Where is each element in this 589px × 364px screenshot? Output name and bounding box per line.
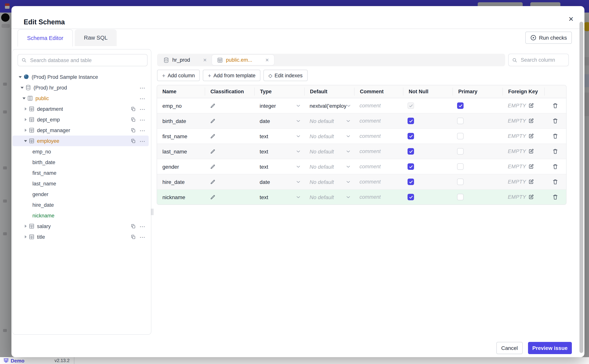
delete-column-icon[interactable] bbox=[552, 164, 558, 169]
comment-input[interactable]: comment bbox=[354, 190, 403, 204]
tree-item[interactable]: dept_manager ⋯ bbox=[13, 125, 149, 136]
tree-item[interactable]: birth_date ⋯ bbox=[13, 157, 149, 168]
type-select[interactable]: text bbox=[254, 129, 304, 143]
copy-icon[interactable] bbox=[131, 128, 136, 133]
more-options-icon[interactable]: ⋯ bbox=[140, 117, 146, 122]
column-search-input[interactable] bbox=[520, 57, 565, 63]
type-select[interactable]: text bbox=[254, 190, 304, 204]
type-select[interactable]: text bbox=[254, 144, 304, 159]
more-options-icon[interactable]: ⋯ bbox=[140, 127, 146, 133]
column-name-cell[interactable]: first_name bbox=[157, 129, 205, 143]
pencil-icon[interactable] bbox=[210, 164, 216, 169]
edit-foreign-key-icon[interactable] bbox=[528, 133, 534, 139]
tree-item[interactable]: (Prod) hr_prod ⋯ bbox=[13, 82, 149, 93]
edit-foreign-key-icon[interactable] bbox=[528, 194, 534, 200]
comment-input[interactable]: comment bbox=[354, 159, 403, 174]
run-checks-button[interactable]: Run checks bbox=[525, 32, 572, 44]
edit-foreign-key-icon[interactable] bbox=[528, 103, 534, 109]
type-select[interactable]: integer bbox=[254, 98, 304, 113]
type-select[interactable]: date bbox=[254, 113, 304, 128]
preview-issue-button[interactable]: Preview issue bbox=[528, 342, 572, 354]
primary-checkbox[interactable] bbox=[457, 102, 464, 109]
not-null-checkbox[interactable] bbox=[408, 179, 414, 185]
edit-foreign-key-icon[interactable] bbox=[528, 149, 534, 154]
pencil-icon[interactable] bbox=[210, 149, 216, 154]
tree-item[interactable]: last_name ⋯ bbox=[13, 178, 149, 189]
close-tab-icon[interactable]: ✕ bbox=[265, 58, 269, 62]
delete-column-icon[interactable] bbox=[552, 194, 558, 200]
tree-item[interactable]: employee ⋯ bbox=[13, 136, 149, 146]
tab-schema-editor[interactable]: Schema Editor bbox=[18, 29, 73, 46]
pencil-icon[interactable] bbox=[210, 179, 216, 185]
more-options-icon[interactable]: ⋯ bbox=[140, 234, 146, 240]
delete-column-icon[interactable] bbox=[552, 149, 558, 154]
comment-input[interactable]: comment bbox=[354, 113, 403, 128]
primary-checkbox[interactable] bbox=[457, 148, 464, 155]
more-options-icon[interactable]: ⋯ bbox=[140, 138, 146, 144]
column-name-cell[interactable]: gender bbox=[157, 159, 205, 174]
more-options-icon[interactable]: ⋯ bbox=[140, 106, 146, 112]
cancel-button[interactable]: Cancel bbox=[496, 342, 523, 354]
copy-icon[interactable] bbox=[131, 106, 136, 111]
not-null-checkbox[interactable] bbox=[408, 102, 414, 109]
type-select[interactable]: text bbox=[254, 159, 304, 174]
add-from-template-button[interactable]: + Add from template bbox=[203, 70, 260, 81]
editor-tab-public-employee[interactable]: public.em... ✕ bbox=[212, 55, 274, 65]
close-tab-icon[interactable]: ✕ bbox=[203, 58, 207, 62]
caret-down-icon[interactable] bbox=[22, 97, 26, 99]
not-null-checkbox[interactable] bbox=[408, 118, 414, 124]
edit-foreign-key-icon[interactable] bbox=[528, 164, 534, 169]
tree-item[interactable]: gender ⋯ bbox=[13, 189, 149, 200]
default-select[interactable]: No default bbox=[304, 129, 354, 143]
delete-column-icon[interactable] bbox=[552, 103, 558, 109]
column-name-cell[interactable]: hire_date bbox=[157, 174, 205, 189]
tree-item[interactable]: emp_no ⋯ bbox=[13, 146, 149, 157]
tree-item[interactable]: dept_emp ⋯ bbox=[13, 114, 149, 125]
tree-search-input[interactable] bbox=[29, 57, 144, 63]
panel-resize-handle[interactable] bbox=[151, 209, 154, 215]
close-icon[interactable]: ✕ bbox=[569, 16, 574, 22]
tree-item[interactable]: hire_date ⋯ bbox=[13, 200, 149, 210]
tree-item[interactable]: first_name ⋯ bbox=[13, 168, 149, 178]
demo-link[interactable]: Demo bbox=[3, 358, 24, 364]
caret-right-icon[interactable] bbox=[25, 118, 27, 121]
tree-item[interactable]: (Prod) Prod Sample Instance ⋯ bbox=[13, 72, 149, 82]
not-null-checkbox[interactable] bbox=[408, 133, 414, 139]
more-options-icon[interactable]: ⋯ bbox=[140, 95, 146, 101]
tree-item[interactable]: department ⋯ bbox=[13, 104, 149, 114]
tree-item[interactable]: title ⋯ bbox=[13, 232, 149, 242]
delete-column-icon[interactable] bbox=[552, 118, 558, 124]
pencil-icon[interactable] bbox=[210, 194, 216, 200]
default-select[interactable]: No default bbox=[304, 113, 354, 128]
caret-down-icon[interactable] bbox=[19, 76, 22, 78]
edit-foreign-key-icon[interactable] bbox=[528, 179, 534, 185]
copy-icon[interactable] bbox=[131, 234, 136, 239]
caret-down-icon[interactable] bbox=[24, 140, 27, 142]
pencil-icon[interactable] bbox=[210, 103, 216, 109]
copy-icon[interactable] bbox=[131, 117, 136, 122]
column-name-cell[interactable]: nickname bbox=[157, 190, 205, 204]
primary-checkbox[interactable] bbox=[457, 163, 464, 170]
default-select[interactable]: No default bbox=[304, 174, 354, 189]
default-select[interactable]: No default bbox=[304, 190, 354, 204]
default-select[interactable]: No default bbox=[304, 144, 354, 159]
primary-checkbox[interactable] bbox=[457, 118, 464, 124]
column-name-cell[interactable]: last_name bbox=[157, 144, 205, 159]
comment-input[interactable]: comment bbox=[354, 129, 403, 143]
default-select[interactable]: nextval('employ bbox=[304, 98, 354, 113]
caret-down-icon[interactable] bbox=[20, 87, 24, 89]
modal-scrollbar[interactable] bbox=[579, 22, 583, 353]
primary-checkbox[interactable] bbox=[457, 133, 464, 139]
delete-column-icon[interactable] bbox=[552, 133, 558, 139]
pencil-icon[interactable] bbox=[210, 118, 216, 124]
tab-raw-sql[interactable]: Raw SQL bbox=[75, 29, 117, 46]
comment-input[interactable]: comment bbox=[354, 174, 403, 189]
caret-right-icon[interactable] bbox=[25, 107, 27, 110]
tree-item[interactable]: salary ⋯ bbox=[13, 221, 149, 232]
delete-column-icon[interactable] bbox=[552, 179, 558, 185]
edit-foreign-key-icon[interactable] bbox=[528, 118, 534, 124]
column-name-cell[interactable]: birth_date bbox=[157, 113, 205, 128]
caret-right-icon[interactable] bbox=[25, 235, 27, 238]
comment-input[interactable]: comment bbox=[354, 144, 403, 159]
add-column-button[interactable]: + Add column bbox=[157, 70, 200, 81]
